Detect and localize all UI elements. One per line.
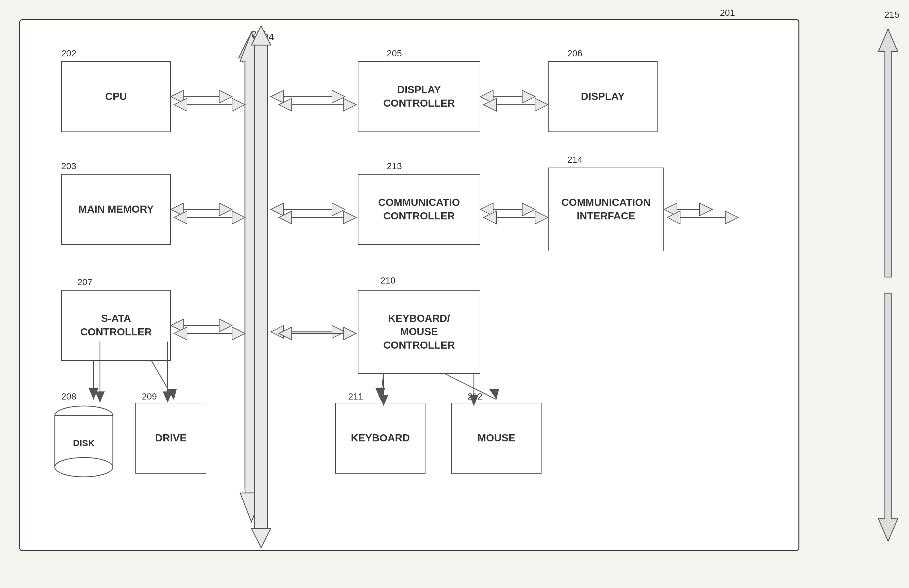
- ref-209: 209: [142, 391, 157, 402]
- arrow-interface-out: [664, 205, 741, 230]
- svg-marker-73: [279, 327, 292, 340]
- svg-marker-50: [232, 98, 245, 111]
- svg-marker-47: [251, 528, 271, 548]
- arrow-display-ctrl-display: [480, 92, 551, 118]
- ref-206: 206: [567, 48, 582, 59]
- svg-marker-49: [174, 98, 187, 111]
- svg-marker-59: [343, 98, 356, 111]
- sata-controller-block: S-ATA CONTROLLER: [61, 290, 171, 361]
- arrow-bus-display-ctrl: [276, 92, 359, 118]
- svg-marker-71: [725, 211, 738, 224]
- keyboard-block: KEYBOARD: [335, 403, 425, 473]
- svg-point-43: [55, 457, 113, 477]
- svg-rect-45: [255, 45, 267, 528]
- disk-block: DISK: [52, 403, 116, 480]
- arrow-bus-kb-mouse: [276, 321, 359, 346]
- svg-marker-67: [484, 211, 497, 224]
- ref-205: 205: [387, 48, 402, 59]
- ref-202: 202: [61, 48, 76, 59]
- svg-marker-55: [174, 327, 187, 340]
- svg-marker-78: [163, 391, 173, 403]
- main-memory-block: MAIN MEMORY: [61, 174, 171, 245]
- arrow-ctrl-keyboard: [374, 374, 393, 409]
- drive-block: DRIVE: [135, 403, 206, 473]
- svg-marker-82: [469, 395, 479, 406]
- ref-208: 208: [61, 391, 76, 402]
- svg-marker-65: [343, 211, 356, 224]
- svg-marker-80: [379, 395, 388, 406]
- ref-215: 215: [884, 10, 899, 20]
- display-controller-block: DISPLAY CONTROLLER: [358, 61, 480, 132]
- ref-201: 201: [720, 8, 735, 18]
- ref-211: 211: [348, 391, 363, 402]
- display-block: DISPLAY: [548, 61, 658, 132]
- svg-marker-68: [535, 211, 548, 224]
- svg-marker-1: [878, 293, 898, 541]
- svg-marker-0: [878, 29, 898, 277]
- arrow-sata-bus: [171, 321, 248, 346]
- svg-marker-61: [484, 98, 497, 111]
- svg-marker-58: [279, 98, 292, 111]
- arrow-ctrl-mouse: [464, 374, 484, 409]
- svg-marker-74: [343, 327, 356, 340]
- arrow-bus-comm-ctrl: [276, 205, 359, 230]
- ref-214: 214: [567, 155, 582, 165]
- cpu-block: CPU: [61, 61, 171, 132]
- arrow-sata-drive: [158, 341, 177, 406]
- ref-210: 210: [380, 275, 396, 286]
- svg-text:DISK: DISK: [73, 438, 95, 448]
- svg-marker-64: [279, 211, 292, 224]
- mouse-block: MOUSE: [451, 403, 542, 473]
- communication-controller-block: COMMUNICATIO CONTROLLER: [358, 174, 480, 245]
- svg-marker-46: [251, 26, 271, 45]
- right-double-arrow: [873, 19, 903, 551]
- arrow-sata-disk: [90, 341, 110, 406]
- bus-204: [245, 19, 277, 551]
- svg-marker-76: [95, 391, 105, 403]
- arrow-memory-bus: [171, 205, 248, 230]
- svg-marker-53: [232, 211, 245, 224]
- svg-marker-62: [535, 98, 548, 111]
- svg-marker-52: [174, 211, 187, 224]
- ref-207: 207: [78, 277, 92, 288]
- ref-213: 213: [387, 161, 402, 171]
- arrow-cpu-bus: [171, 92, 248, 118]
- arrow-comm-ctrl-interface: [480, 205, 551, 230]
- ref-203: 203: [61, 161, 76, 171]
- svg-marker-70: [667, 211, 680, 224]
- keyboard-mouse-controller-block: KEYBOARD/ MOUSE CONTROLLER: [358, 290, 480, 374]
- svg-marker-56: [232, 327, 245, 340]
- communication-interface-block: COMMUNICATION INTERFACE: [548, 168, 664, 251]
